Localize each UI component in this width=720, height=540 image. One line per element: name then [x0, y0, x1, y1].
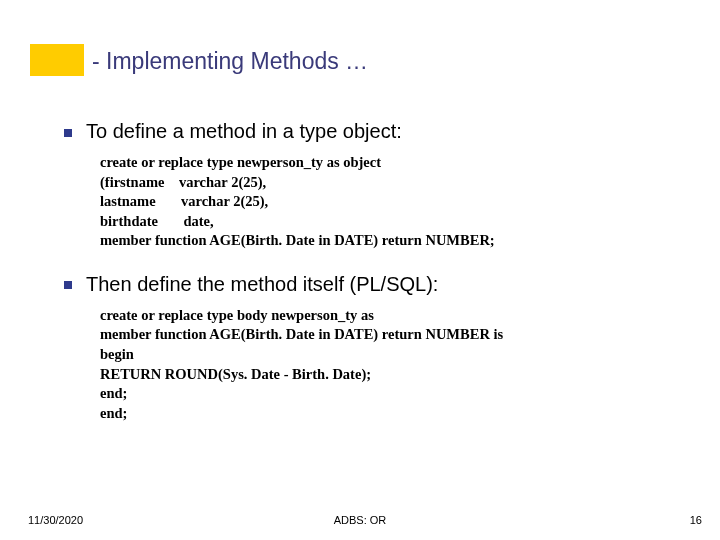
footer-center: ADBS: OR: [0, 514, 720, 526]
section-1-header: To define a method in a type object:: [64, 120, 664, 143]
section-1-heading-text: To define a method in a type object:: [86, 120, 402, 143]
section-2-code: create or replace type body newperson_ty…: [100, 306, 664, 423]
section-2-header: Then define the method itself (PL/SQL):: [64, 273, 664, 296]
bullet-square-icon: [64, 281, 72, 289]
title-accent-block: [30, 44, 84, 76]
section-1: To define a method in a type object: cre…: [64, 120, 664, 251]
bullet-square-icon: [64, 129, 72, 137]
section-2: Then define the method itself (PL/SQL): …: [64, 273, 664, 423]
section-1-code: create or replace type newperson_ty as o…: [100, 153, 664, 251]
footer-page-number: 16: [690, 514, 702, 526]
slide-title: - Implementing Methods …: [92, 48, 368, 75]
section-2-heading-text: Then define the method itself (PL/SQL):: [86, 273, 438, 296]
slide-content: To define a method in a type object: cre…: [64, 120, 664, 445]
